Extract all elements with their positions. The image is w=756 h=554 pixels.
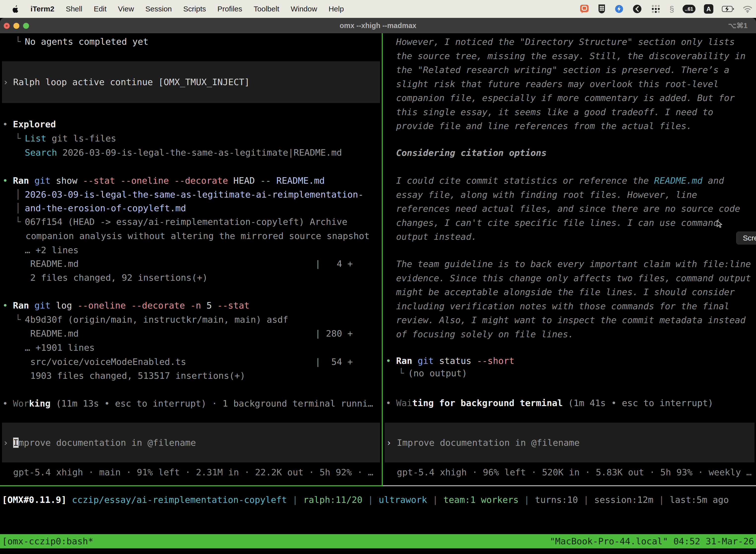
file-reference-link: README.md (654, 175, 702, 186)
command-arg-wrap-line: 2026-03-09-is-legal-the-same-as-legitima… (25, 187, 363, 202)
thought-line: companion file, especially if more comme… (396, 91, 735, 105)
thought-line: evidence. Since this change only affects… (396, 271, 751, 285)
tree-glyph: └ (15, 131, 21, 146)
tmux-status-bar: [omx-cczip0:bash* "MacBook-Pro-44.local"… (0, 534, 756, 548)
shield-keypad-icon[interactable] (597, 4, 606, 14)
separator: | (659, 495, 664, 505)
waiting-status-line: Waiting for background terminal (1m 41s … (396, 396, 713, 410)
dots-grid-icon[interactable] (650, 4, 661, 14)
bullet: • (386, 396, 391, 410)
explored-search-line: Search2026-03-09-is-legal-the-same-as-le… (25, 146, 342, 160)
bullet-green: • (2, 298, 8, 313)
menu-item-session[interactable]: Session (145, 5, 172, 13)
thought-line: the source tree, missing the essay. Stil… (396, 49, 746, 63)
omx-last-activity: last:5m ago (670, 495, 729, 505)
omx-session-time: session:12m (594, 495, 653, 505)
thought-line: of focusing solely on file lines. (396, 327, 573, 341)
composer-input-text[interactable]: Improve documentation in @filename (397, 436, 580, 450)
screen: { "menu_bar": { "app_name": "iTerm2", "i… (0, 0, 756, 554)
menu-item-app[interactable]: iTerm2 (30, 5, 54, 13)
mouse-cursor (716, 220, 723, 228)
thought-line: provide file and line references from th… (396, 119, 692, 133)
tmux-host-clock: "MacBook-Pro-44.local" 04:52 31-Mar-26 (550, 534, 754, 548)
menu-item-profiles[interactable]: Profiles (217, 5, 242, 13)
tmux-window-label[interactable]: [omx-cczip0:bash* (2, 534, 93, 548)
omx-ralph-counter: ralph:11/20 (303, 495, 362, 505)
command-output-line: 4b9d30f (origin/main, instructkr/main, m… (25, 313, 288, 327)
session-status-line: gpt-5.4 xhigh · 96% left · 520K in · 5.8… (397, 465, 752, 479)
injected-prompt-text: Ralph loop active continue [OMX_TMUX_INJ… (13, 75, 250, 89)
thought-line: review. Also, I might want to inspect th… (396, 313, 746, 327)
command-output-line: companion analysis without altering the … (25, 229, 370, 243)
thought-line: essay file, along with finding root file… (396, 188, 697, 202)
command-line-git-show: Rangitshow--stat--oneline--decorateHEAD-… (13, 173, 325, 188)
chat-bubble-icon (580, 4, 589, 14)
battery-percent-badge[interactable]: ..61 (683, 5, 695, 13)
inactive-pane-border (383, 485, 756, 486)
wifi-arcs-icon (743, 5, 753, 13)
active-pane-border (0, 485, 383, 486)
menu-item-shell[interactable]: Shell (66, 5, 82, 13)
output-truncation-line: … +1901 lines (25, 340, 95, 355)
prompt-chevron: › (3, 436, 8, 450)
screen-tooltip: Scre (736, 232, 756, 244)
output-truncation-line: … +2 lines (25, 243, 79, 257)
window-title: omx --xhigh --madmax (0, 18, 756, 33)
pane-divider[interactable] (382, 33, 383, 485)
composer-input-text[interactable]: Improve documentation in @filename (13, 436, 196, 450)
diffstat-line: src/voice/voiceModeEnabled.ts | 54 + (30, 355, 353, 369)
macos-menu-bar: iTerm2 Shell Edit View Session Scripts P… (0, 0, 756, 18)
thought-line: However, I noticed the "Directory Struct… (396, 35, 735, 49)
bullet: • (2, 117, 8, 131)
omx-turns: turns:10 (535, 495, 578, 505)
tree-glyph: └ (15, 35, 21, 49)
iterm-window: omx --xhigh --madmax ⌥⌘1 └ No agents com… (0, 18, 756, 554)
menu-item-scripts[interactable]: Scripts (183, 5, 206, 13)
explored-list-line: Listgit ls-files (25, 131, 116, 146)
wifi-icon[interactable] (743, 5, 753, 13)
thought-line: slight risk that future readers may over… (396, 77, 718, 91)
dark-circle-chevron-icon (632, 4, 642, 14)
thought-line: I could cite commit statistics or refere… (396, 173, 724, 188)
record-chevron-icon[interactable] (632, 4, 642, 14)
squiggle-icon[interactable]: § (670, 5, 674, 13)
window-shortcut-hint: ⌥⌘1 (728, 18, 748, 33)
session-status-line: gpt-5.4 xhigh · main · 91% left · 2.31M … (13, 465, 373, 479)
bullet-green: • (386, 354, 391, 368)
bullet-green: • (2, 173, 8, 188)
menu-item-edit[interactable]: Edit (94, 5, 107, 13)
thought-line: output instead. (396, 230, 477, 244)
thought-heading: Considering citation options (396, 146, 547, 160)
thought-line: changes, I can't cite specific file line… (396, 216, 718, 230)
separator: | (524, 495, 529, 505)
keypad-dots-icon (650, 4, 661, 14)
menu-item-window[interactable]: Window (291, 5, 317, 13)
diffstat-summary-line: 1903 files changed, 513517 insertions(+) (30, 369, 245, 383)
command-arg-wrap-line: and-the-erosion-of-copyleft.md (25, 201, 186, 215)
thought-line: The team guideline is to back every impo… (396, 257, 751, 271)
status-tray: § ..61 A (580, 0, 753, 18)
command-output-line: 067f154 (HEAD -> essay/ai-reimplementati… (25, 215, 347, 229)
working-status-line: Working (11m 13s • esc to interrupt) · 1… (13, 396, 373, 410)
separator: | (583, 495, 589, 505)
menu-item-help[interactable]: Help (329, 5, 344, 13)
diffstat-line: README.md | 4 + (30, 257, 353, 271)
shield-grid-icon (597, 4, 606, 14)
omx-branch-path: cczip/essay/ai-reimplementation-copyleft (72, 495, 287, 505)
apple-menu-icon[interactable] (12, 5, 19, 13)
blue-bolt-badge-icon[interactable] (614, 4, 624, 14)
prompt-chevron: › (386, 436, 392, 450)
separator: | (433, 495, 438, 505)
omx-mode: ultrawork (379, 495, 427, 505)
battery-icon[interactable] (722, 5, 734, 13)
bolt-badge-icon (614, 4, 624, 14)
chat-app-icon[interactable] (580, 4, 589, 14)
menu-item-view[interactable]: View (118, 5, 134, 13)
agents-status-line: No agents completed yet (25, 35, 148, 49)
menu-item-toolbelt[interactable]: Toolbelt (254, 5, 279, 13)
thought-line: including verification notes with those … (396, 299, 730, 313)
explored-header: Explored (13, 117, 56, 131)
menu-items: iTerm2 Shell Edit View Session Scripts P… (0, 5, 344, 13)
battery-bolt-icon (722, 5, 734, 13)
input-source-icon[interactable]: A (704, 4, 713, 14)
